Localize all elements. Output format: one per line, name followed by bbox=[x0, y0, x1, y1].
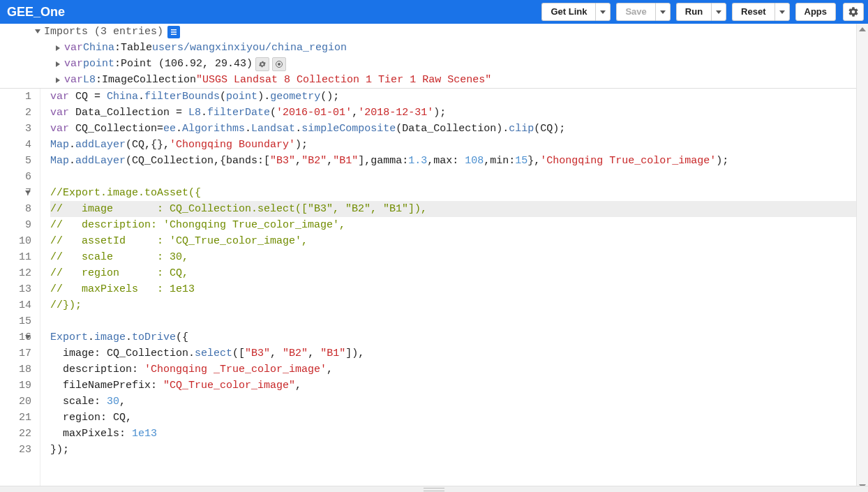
import-type: Table bbox=[121, 40, 152, 56]
code-line[interactable]: fileNamePrefix: "CQ_True_color_image", bbox=[50, 378, 868, 394]
geometry-settings-icon[interactable] bbox=[255, 57, 269, 71]
line-number-gutter: 1234567891011121314151617181920212223 bbox=[0, 89, 40, 490]
line-number: 6 bbox=[0, 169, 31, 185]
fold-toggle-icon[interactable] bbox=[25, 191, 31, 195]
line-number: 23 bbox=[0, 442, 31, 458]
apps-button[interactable]: Apps bbox=[795, 3, 837, 21]
line-number: 19 bbox=[0, 378, 31, 394]
import-value: users/wangxinxiyou/china_region bbox=[152, 40, 347, 56]
expand-icon[interactable] bbox=[56, 45, 60, 51]
var-keyword: var bbox=[64, 72, 83, 88]
chevron-down-icon bbox=[779, 10, 785, 14]
line-number: 4 bbox=[0, 137, 31, 153]
code-line[interactable]: scale: 30, bbox=[50, 394, 868, 410]
get-link-button[interactable]: Get Link bbox=[541, 3, 595, 21]
import-type: ImageCollection bbox=[102, 72, 196, 88]
save-button[interactable]: Save bbox=[616, 3, 654, 21]
var-keyword: var bbox=[64, 40, 83, 56]
code-line[interactable]: // assetId : 'CQ_True_color_image', bbox=[50, 233, 868, 249]
chevron-down-icon bbox=[716, 10, 721, 14]
line-number: 5 bbox=[0, 153, 31, 169]
panel-resize-handle[interactable] bbox=[0, 486, 868, 492]
line-number: 20 bbox=[0, 394, 31, 410]
scroll-up-button[interactable] bbox=[857, 24, 868, 35]
fold-toggle-icon[interactable] bbox=[25, 335, 31, 339]
code-line[interactable]: //Export.image.toAsset({ bbox=[50, 185, 868, 201]
line-number: 15 bbox=[0, 313, 31, 329]
line-number: 21 bbox=[0, 410, 31, 426]
line-number: 8 bbox=[0, 201, 31, 217]
run-dropdown[interactable] bbox=[711, 3, 726, 21]
chevron-down-icon bbox=[660, 10, 666, 14]
chevron-down-icon bbox=[600, 10, 606, 14]
code-line[interactable]: var CQ_Collection=ee.Algorithms.Landsat.… bbox=[50, 121, 868, 137]
line-number: 10 bbox=[0, 233, 31, 249]
line-number: 16 bbox=[0, 329, 31, 345]
code-line[interactable]: maxPixels: 1e13 bbox=[50, 426, 868, 442]
script-title: GEE_One bbox=[7, 5, 65, 20]
import-variable-name: L8 bbox=[83, 72, 96, 88]
settings-button[interactable] bbox=[843, 3, 864, 21]
code-line[interactable]: image: CQ_Collection.select(["B3", "B2",… bbox=[50, 345, 868, 361]
chevron-up-icon bbox=[859, 27, 866, 31]
line-number: 14 bbox=[0, 297, 31, 313]
line-number: 13 bbox=[0, 281, 31, 297]
expand-icon[interactable] bbox=[56, 77, 60, 83]
code-line[interactable]: // region : CQ, bbox=[50, 265, 868, 281]
code-area[interactable]: var CQ = China.filterBounds(point).geome… bbox=[40, 89, 868, 490]
line-number: 18 bbox=[0, 361, 31, 378]
line-number: 17 bbox=[0, 345, 31, 361]
code-editor[interactable]: 1234567891011121314151617181920212223 va… bbox=[0, 89, 868, 490]
code-line[interactable]: var CQ = China.filterBounds(point).geome… bbox=[50, 89, 868, 105]
vertical-scrollbar[interactable] bbox=[856, 24, 868, 492]
line-number: 1 bbox=[0, 89, 31, 105]
code-line[interactable] bbox=[50, 169, 868, 185]
toolbar: GEE_One Get Link Save Run Reset Apps bbox=[0, 0, 868, 24]
code-line[interactable]: // maxPixels : 1e13 bbox=[50, 281, 868, 297]
expand-icon[interactable] bbox=[56, 61, 60, 67]
code-line[interactable]: var Data_Collection = L8.filterDate('201… bbox=[50, 105, 868, 121]
code-line[interactable]: }); bbox=[50, 442, 868, 458]
import-row[interactable]: var L8: ImageCollection "USGS Landsat 8 … bbox=[0, 72, 868, 88]
import-row[interactable]: var China: Table users/wangxinxiyou/chin… bbox=[0, 40, 868, 56]
imports-panel: Imports (3 entries) var China: Table use… bbox=[0, 24, 868, 89]
code-line[interactable]: // description: 'Chongqing True_color_im… bbox=[50, 217, 868, 233]
line-number: 12 bbox=[0, 265, 31, 281]
line-number: 9 bbox=[0, 217, 31, 233]
imports-header-text: Imports (3 entries) bbox=[44, 24, 163, 40]
code-line[interactable]: description: 'Chongqing _True_color_imag… bbox=[50, 361, 868, 378]
get-link-dropdown[interactable] bbox=[595, 3, 611, 21]
imports-header[interactable]: Imports (3 entries) bbox=[0, 24, 868, 40]
code-line[interactable]: //}); bbox=[50, 297, 868, 313]
import-type: Point (106.92, 29.43) bbox=[121, 56, 253, 72]
import-variable-name: China bbox=[83, 40, 114, 56]
import-row[interactable]: var point: Point (106.92, 29.43) bbox=[0, 56, 868, 72]
line-number: 22 bbox=[0, 426, 31, 442]
gear-icon bbox=[848, 6, 859, 17]
code-line[interactable]: Map.addLayer(CQ_Collection,{bands:["B3",… bbox=[50, 153, 868, 169]
code-line[interactable]: // scale : 30, bbox=[50, 249, 868, 265]
var-keyword: var bbox=[64, 56, 83, 72]
line-number: 11 bbox=[0, 249, 31, 265]
geometry-locate-icon[interactable] bbox=[272, 57, 286, 71]
code-line[interactable] bbox=[50, 313, 868, 329]
convert-imports-icon[interactable] bbox=[167, 26, 180, 38]
save-dropdown[interactable] bbox=[655, 3, 671, 21]
line-number: 2 bbox=[0, 105, 31, 121]
import-variable-name: point bbox=[83, 56, 114, 72]
imports-fold-toggle[interactable] bbox=[35, 29, 40, 33]
reset-button[interactable]: Reset bbox=[732, 3, 774, 21]
line-number: 3 bbox=[0, 121, 31, 137]
grip-icon bbox=[424, 488, 444, 491]
import-value: "USGS Landsat 8 Collection 1 Tier 1 Raw … bbox=[196, 72, 491, 88]
reset-dropdown[interactable] bbox=[775, 3, 790, 21]
code-line[interactable]: Map.addLayer(CQ,{},'Chongqing Boundary')… bbox=[50, 137, 868, 153]
code-line[interactable]: // image : CQ_Collection.select(["B3", "… bbox=[50, 201, 868, 217]
code-line[interactable]: Export.image.toDrive({ bbox=[50, 329, 868, 345]
svg-point-0 bbox=[278, 63, 280, 66]
run-button[interactable]: Run bbox=[676, 3, 711, 21]
line-number: 7 bbox=[0, 185, 31, 201]
code-line[interactable]: region: CQ, bbox=[50, 410, 868, 426]
